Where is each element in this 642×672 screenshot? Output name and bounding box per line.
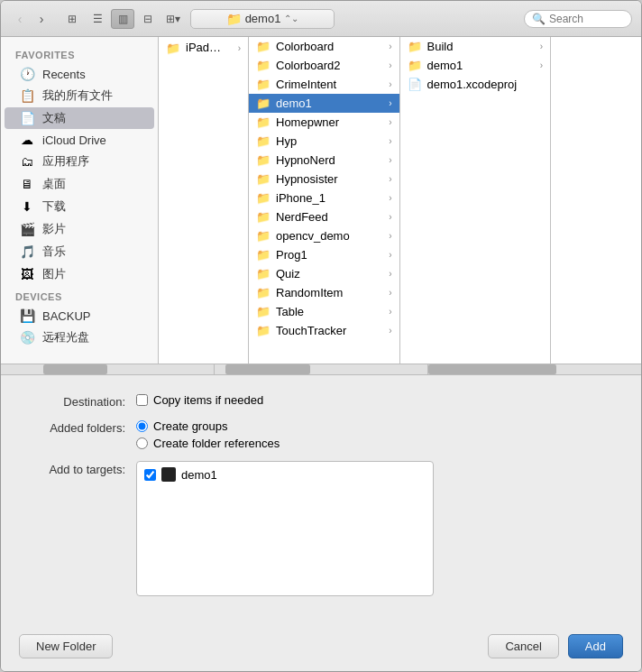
folder-icon: 📁 <box>256 97 271 110</box>
icloud-icon: ☁ <box>19 133 35 147</box>
new-folder-button[interactable]: New Folder <box>19 634 113 658</box>
item-label: iPhone_1 <box>276 191 383 205</box>
list-item[interactable]: 📁 Colorboard2 › <box>249 56 399 75</box>
file-browser: 📁 iPad开发社区 › 📁 Colorboard › 📁 Colorboard… <box>159 37 641 364</box>
list-item[interactable]: 📁 Quiz › <box>249 264 399 283</box>
search-input[interactable] <box>549 13 624 25</box>
scroll-track-2[interactable] <box>215 364 427 374</box>
list-item[interactable]: 📁 HypnoNerd › <box>249 151 399 170</box>
list-item[interactable]: 📁 demo1 › <box>400 56 551 75</box>
list-item[interactable]: 📁 Homepwner › <box>249 113 399 132</box>
add-to-targets-label: Add to targets: <box>28 461 136 476</box>
back-button[interactable]: ‹ <box>10 9 30 29</box>
sidebar-item-recents[interactable]: 🕐 Recents <box>5 64 154 84</box>
targets-box: demo1 <box>136 461 434 596</box>
list-item[interactable]: 📁 Hypnosister › <box>249 170 399 189</box>
chevron-right-icon: › <box>389 117 391 127</box>
icon-view-button[interactable]: ⊞ <box>60 9 84 29</box>
add-to-targets-row: Add to targets: demo1 <box>28 461 614 596</box>
create-folder-refs-radio[interactable] <box>136 437 148 449</box>
documents-icon: 📄 <box>19 111 35 125</box>
list-item[interactable]: 📁 Colorboard › <box>249 37 399 56</box>
sidebar-item-remote[interactable]: 💿 远程光盘 <box>5 327 154 348</box>
added-folders-label: Added folders: <box>28 419 136 435</box>
list-item[interactable]: 📁 opencv_demo › <box>249 226 399 245</box>
list-item[interactable]: 📁 NerdFeed › <box>249 207 399 226</box>
list-item[interactable]: 📁 iPhone_1 › <box>249 189 399 207</box>
item-label: TouchTracker <box>276 324 383 337</box>
item-label: demo1 <box>427 59 535 72</box>
footer-right: Cancel Add <box>488 634 623 658</box>
sidebar-item-icloud[interactable]: ☁ iCloud Drive <box>5 130 154 150</box>
list-item[interactable]: 📁 Hyp › <box>249 132 399 151</box>
sidebar-item-documents[interactable]: 📄 文稿 <box>5 107 154 129</box>
file-icon: 📄 <box>408 78 422 91</box>
path-chevron-icon: ⌃⌄ <box>284 14 298 23</box>
gallery-view-button[interactable]: ⊟ <box>136 9 160 29</box>
forward-button[interactable]: › <box>32 9 51 29</box>
item-label: Quiz <box>276 267 383 281</box>
sidebar-item-pictures[interactable]: 🖼 图片 <box>5 263 154 285</box>
list-item[interactable]: 📁 Table › <box>249 302 399 321</box>
list-item[interactable]: 📁 Build › <box>400 37 551 56</box>
music-icon: 🎵 <box>19 244 35 259</box>
column-view-button[interactable]: ▥ <box>111 9 134 29</box>
sidebar-item-label: Recents <box>42 68 86 81</box>
copy-items-row: Copy items if needed <box>136 393 263 407</box>
item-label: Colorboard <box>276 40 383 53</box>
chevron-right-icon: › <box>389 212 391 222</box>
path-label: demo1 <box>245 12 281 25</box>
path-selector[interactable]: 📁 demo1 ⌃⌄ <box>190 9 335 29</box>
sidebar-item-downloads[interactable]: ⬇ 下载 <box>5 196 154 217</box>
list-item[interactable]: 📁 RandomItem › <box>249 283 399 302</box>
nav-buttons: ‹ › <box>10 9 51 29</box>
target-app-icon <box>161 467 176 482</box>
target-label: demo1 <box>181 468 217 482</box>
target-checkbox[interactable] <box>144 469 156 481</box>
create-groups-row: Create groups <box>136 419 280 433</box>
desktop-icon: 🖥 <box>19 177 35 191</box>
toolbar: ‹ › ⊞ ☰ ▥ ⊟ ⊞▾ 📁 demo1 ⌃⌄ 🔍 <box>1 1 641 37</box>
sidebar-item-label: 桌面 <box>42 176 66 192</box>
list-item[interactable]: 📁 Prog1 › <box>249 245 399 264</box>
sidebar-item-label: 下载 <box>42 198 66 215</box>
list-item[interactable]: 📁 iPad开发社区 › <box>159 37 248 59</box>
add-button[interactable]: Add <box>568 634 623 658</box>
copy-items-checkbox[interactable] <box>136 394 148 406</box>
folder-icon: 📁 <box>256 40 271 53</box>
arrange-button[interactable]: ⊞▾ <box>161 9 185 29</box>
item-label: Hypnosister <box>276 172 383 186</box>
list-item[interactable]: 📁 TouchTracker › <box>249 321 399 340</box>
pane-4 <box>551 37 641 364</box>
folder-icon: 📁 <box>166 41 180 55</box>
sidebar-item-desktop[interactable]: 🖥 桌面 <box>5 173 154 195</box>
chevron-right-icon: › <box>389 250 391 260</box>
sidebar-item-backup[interactable]: 💾 BACKUP <box>5 306 154 326</box>
favorites-section-label: Favorites <box>1 44 158 63</box>
destination-control: Copy items if needed <box>136 393 263 407</box>
list-item[interactable]: 📁 demo1 › <box>249 94 399 113</box>
folder-icon: 📁 <box>256 267 271 281</box>
chevron-right-icon: › <box>389 136 391 146</box>
sidebar-item-movies[interactable]: 🎬 影片 <box>5 218 154 240</box>
scroll-track-1[interactable] <box>1 364 214 374</box>
sidebar-item-apps[interactable]: 🗂 应用程序 <box>5 151 154 172</box>
sidebar-item-all-files[interactable]: 📋 我的所有文件 <box>5 85 154 106</box>
folder-icon: 📁 <box>408 40 422 53</box>
item-label: Prog1 <box>276 248 383 262</box>
list-item[interactable]: 📁 CrimeIntent › <box>249 75 399 94</box>
cancel-button[interactable]: Cancel <box>488 634 558 658</box>
scroll-track-3[interactable] <box>428 364 641 374</box>
item-label: demo1 <box>276 97 383 110</box>
list-view-button[interactable]: ☰ <box>86 9 109 29</box>
sidebar-item-music[interactable]: 🎵 音乐 <box>5 241 154 262</box>
sidebar-item-label: 音乐 <box>42 244 66 260</box>
view-buttons: ⊞ ☰ ▥ ⊟ ⊞▾ <box>60 9 185 29</box>
item-label: Table <box>276 305 383 318</box>
scroll-thumb-3 <box>428 364 556 374</box>
list-item[interactable]: 📄 demo1.xcodeproj <box>400 75 551 94</box>
create-groups-radio[interactable] <box>136 420 148 432</box>
sidebar-item-label: 远程光盘 <box>42 329 89 345</box>
scroll-area <box>1 364 641 374</box>
item-label: Hyp <box>276 134 383 148</box>
